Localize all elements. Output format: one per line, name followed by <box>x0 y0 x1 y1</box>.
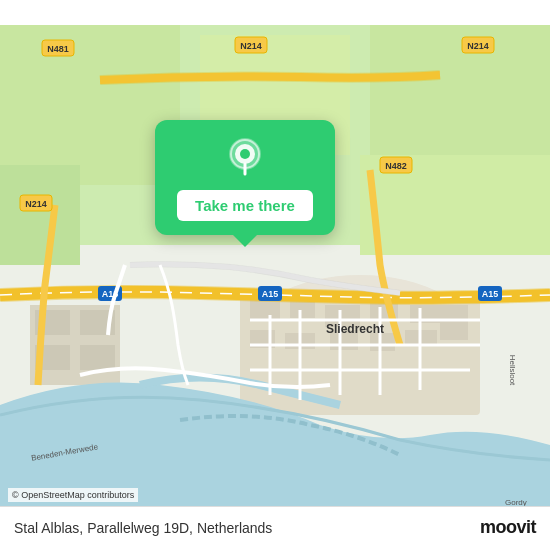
svg-text:Sliedrecht: Sliedrecht <box>326 322 384 336</box>
svg-rect-5 <box>0 165 80 265</box>
popup-card: Take me there <box>155 120 335 235</box>
svg-rect-19 <box>440 305 468 340</box>
svg-point-47 <box>240 149 250 159</box>
svg-text:N482: N482 <box>385 161 407 171</box>
svg-text:A15: A15 <box>482 289 499 299</box>
svg-text:N214: N214 <box>25 199 47 209</box>
svg-rect-24 <box>80 345 115 370</box>
moovit-logo: moovit <box>480 517 536 538</box>
location-name: Stal Alblas, Parallelweg 19D, Netherland… <box>14 520 272 536</box>
moovit-logo-text: moovit <box>480 517 536 538</box>
svg-text:A15: A15 <box>262 289 279 299</box>
svg-rect-9 <box>250 300 280 320</box>
bottom-bar: Stal Alblas, Parallelweg 19D, Netherland… <box>0 506 550 550</box>
svg-text:N481: N481 <box>47 44 69 54</box>
svg-rect-2 <box>0 25 180 185</box>
svg-text:N214: N214 <box>240 41 262 51</box>
svg-text:N214: N214 <box>467 41 489 51</box>
map-container: A15 A15 A15 N481 N214 N214 N214 N482 <box>0 0 550 550</box>
map-attribution: © OpenStreetMap contributors <box>8 488 138 502</box>
take-me-there-button[interactable]: Take me there <box>177 190 313 221</box>
svg-rect-4 <box>370 25 550 165</box>
location-pin-icon <box>223 136 267 180</box>
svg-text:Hellsloot: Hellsloot <box>508 355 517 386</box>
